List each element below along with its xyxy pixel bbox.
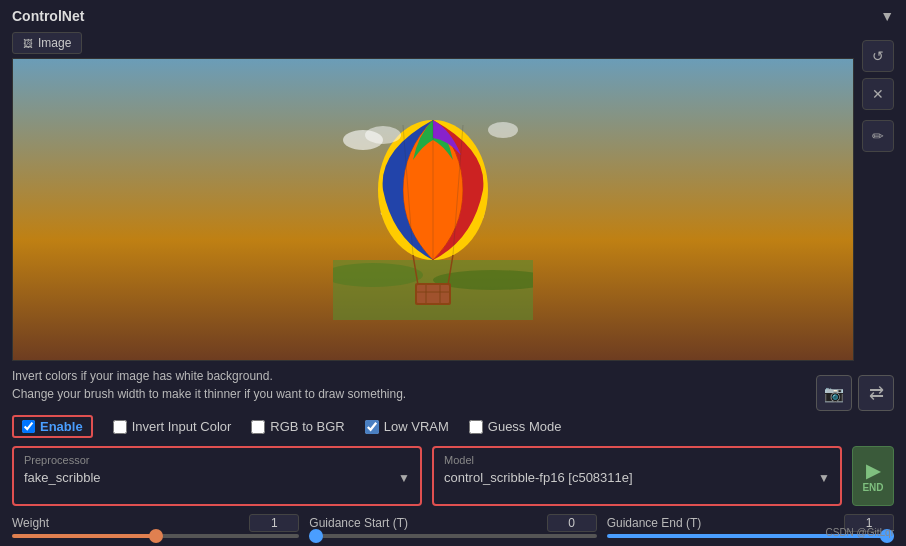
left-panel: 🖼 Image [12, 32, 854, 361]
preprocessor-dropdown[interactable]: Preprocessor fake_scribble ▼ [12, 446, 422, 506]
low-vram-checkbox-container[interactable]: Low VRAM [365, 419, 449, 434]
preprocessor-arrow: ▼ [398, 471, 410, 485]
weight-label: Weight [12, 516, 49, 530]
camera-button[interactable]: 📷 [816, 375, 852, 411]
low-vram-label: Low VRAM [384, 419, 449, 434]
model-select-row: control_scribble-fp16 [c508311e] ▼ [444, 470, 830, 485]
close-button[interactable]: ✕ [862, 78, 894, 110]
info-line2: Change your brush width to make it thinn… [12, 385, 406, 403]
weight-slider[interactable] [12, 534, 299, 538]
model-label: Model [444, 454, 830, 466]
camera-icon: 📷 [824, 384, 844, 403]
swap-icon: ⇄ [869, 382, 884, 404]
brush-icon: ✏ [872, 128, 884, 144]
panel-title: ControlNet [12, 8, 84, 24]
run-label: END [862, 482, 883, 493]
tab-row: 🖼 Image [12, 32, 854, 54]
invert-checkbox-container[interactable]: Invert Input Color [113, 419, 232, 434]
guidance-start-slider[interactable] [309, 534, 596, 538]
canvas-area[interactable]: Start drawing [12, 58, 854, 361]
watermark: CSDN @GitLqr [826, 527, 895, 538]
image-tab-icon: 🖼 [23, 38, 33, 49]
right-panel: ↺ ✕ ✏ [862, 32, 894, 361]
brush-button[interactable]: ✏ [862, 120, 894, 152]
guidance-start-slider-group: Guidance Start (T) [309, 514, 596, 538]
close-icon: ✕ [872, 86, 884, 102]
guess-mode-label: Guess Mode [488, 419, 562, 434]
low-vram-checkbox[interactable] [365, 420, 379, 434]
model-arrow: ▼ [818, 471, 830, 485]
rgb-bgr-checkbox[interactable] [251, 420, 265, 434]
checkboxes-row: Enable Invert Input Color RGB to BGR Low… [12, 415, 894, 438]
invert-label: Invert Input Color [132, 419, 232, 434]
balloon-svg [333, 100, 533, 320]
swap-button[interactable]: ⇄ [858, 375, 894, 411]
run-arrow-icon: ▶ [866, 460, 880, 482]
enable-label: Enable [40, 419, 83, 434]
preprocessor-value: fake_scribble [24, 470, 101, 485]
collapse-arrow[interactable]: ▼ [880, 8, 894, 24]
invert-checkbox[interactable] [113, 420, 127, 434]
rgb-bgr-checkbox-container[interactable]: RGB to BGR [251, 419, 344, 434]
enable-checkbox-container[interactable]: Enable [12, 415, 93, 438]
svg-rect-10 [417, 285, 449, 303]
guess-mode-checkbox-container[interactable]: Guess Mode [469, 419, 562, 434]
svg-point-16 [488, 122, 518, 138]
model-value: control_scribble-fp16 [c508311e] [444, 470, 633, 485]
enable-checkbox[interactable] [22, 420, 35, 433]
guidance-end-label: Guidance End (T) [607, 516, 702, 530]
model-dropdown[interactable]: Model control_scribble-fp16 [c508311e] ▼ [432, 446, 842, 506]
header: ControlNet ▼ [12, 8, 894, 24]
reset-icon: ↺ [872, 48, 884, 64]
preprocessor-select-row: fake_scribble ▼ [24, 470, 410, 485]
sliders-row: Weight Guidance Start (T) Guidance End (… [12, 514, 894, 538]
info-line1: Invert colors if your image has white ba… [12, 367, 406, 385]
rgb-bgr-label: RGB to BGR [270, 419, 344, 434]
reset-button[interactable]: ↺ [862, 40, 894, 72]
weight-slider-group: Weight [12, 514, 299, 538]
info-text: Invert colors if your image has white ba… [12, 367, 406, 403]
preprocessor-label: Preprocessor [24, 454, 410, 466]
guess-mode-checkbox[interactable] [469, 420, 483, 434]
image-tab[interactable]: 🖼 Image [12, 32, 82, 54]
image-tab-label: Image [38, 36, 71, 50]
guidance-start-label: Guidance Start (T) [309, 516, 408, 530]
controlnet-panel: ControlNet ▼ 🖼 Image [0, 0, 906, 546]
run-button[interactable]: ▶ END [852, 446, 894, 506]
svg-point-15 [365, 126, 401, 144]
